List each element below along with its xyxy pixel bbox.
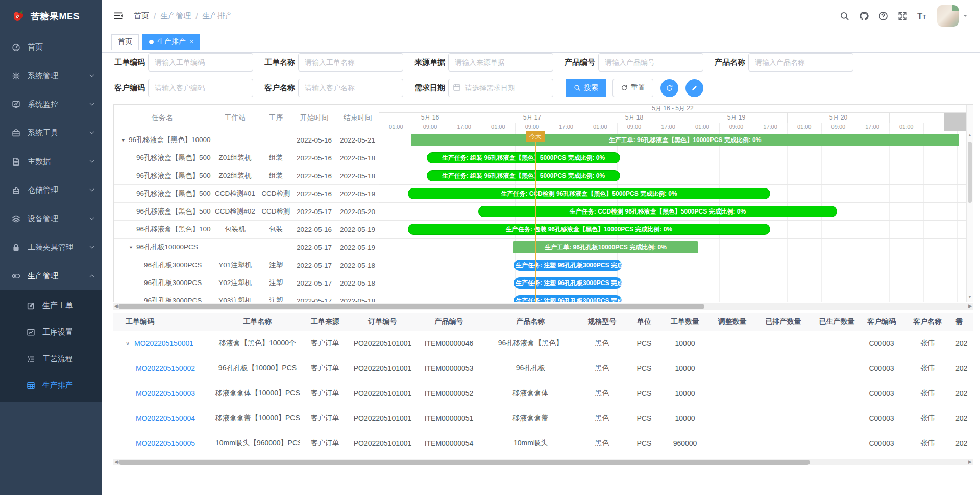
work-order-link[interactable]: MO202205150001 [134, 339, 193, 347]
gantt-task-row[interactable]: 96孔孔板3000PCSY02注塑机注塑2022-05-172022-05-18 [114, 274, 379, 292]
table-row[interactable]: MO202205150004移液盒盒盖【10000】PCS客户订单PO20220… [113, 406, 973, 431]
scroll-right-icon[interactable]: ▶ [968, 459, 972, 465]
work-order-link[interactable]: MO202205150005 [136, 439, 195, 447]
sidebar-item-warehouse-mgmt[interactable]: 仓储管理 [0, 176, 102, 204]
caret-down-icon[interactable] [963, 13, 968, 18]
filter-field: 工单编码 [114, 53, 257, 72]
breadcrumb-home[interactable]: 首页 [134, 11, 149, 21]
scroll-down-icon[interactable]: ▼ [967, 295, 973, 299]
filter-input-wrap [148, 79, 253, 97]
filter-input[interactable] [748, 53, 853, 72]
filter-input[interactable] [298, 53, 403, 72]
filter-input[interactable] [448, 53, 553, 72]
sidebar-item-scheduling[interactable]: 生产排产 [0, 372, 102, 398]
sidebar-item-system-monitor[interactable]: 系统监控 [0, 90, 102, 119]
work-order-link[interactable]: MO202205150003 [136, 389, 195, 397]
table-row[interactable]: MO20220515000510mm吸头【960000】PCS客户订单PO202… [113, 431, 973, 456]
table-row[interactable]: MO20220515000296孔孔板【10000】PCS客户订单PO20220… [113, 356, 973, 381]
gantt-task-bar[interactable]: 生产任务: CCD检测 96孔移液盒【黑色】5000PCS 完成比例: 0% [478, 206, 837, 217]
gantt-task-row[interactable]: 96孔移液盒【黑色】5000PCCD检测#02CCD检测2022-05-1720… [114, 203, 379, 221]
gantt-task-bar[interactable]: 生产任务: 注塑 96孔孔板3000PCS 完成 [514, 295, 622, 302]
sidebar-item-label: 主数据 [28, 157, 51, 167]
tab-scheduling[interactable]: 生产排产× [142, 34, 200, 50]
search-button[interactable]: 搜索 [566, 79, 606, 97]
gantt-task-bar[interactable]: 生产任务: CCD检测 96孔移液盒【黑色】5000PCS 完成比例: 0% [408, 188, 770, 199]
gantt-task-row[interactable]: ▼96孔孔板10000PCS2022-05-172022-05-19 [114, 239, 379, 256]
filter-input-wrap [448, 53, 553, 72]
scrollbar-thumb[interactable] [118, 304, 704, 309]
table-column-header: 工单编码 [113, 317, 215, 326]
gantt-task-row[interactable]: 96孔移液盒【黑色】5000PCCD检测#01CCD检测2022-05-1620… [114, 185, 379, 203]
github-icon[interactable] [859, 11, 869, 21]
gantt-task-row[interactable]: 96孔孔板3000PCSY03注塑机注塑2022-05-172022-05-18 [114, 292, 379, 302]
scroll-left-icon[interactable]: ◀ [114, 303, 118, 310]
work-order-link[interactable]: MO202205150002 [136, 364, 195, 372]
table-cell-source: 客户订单 [300, 389, 351, 398]
filter-field: 来源单据 [414, 53, 557, 72]
gantt-task-row[interactable]: 96孔移液盒【黑色】1000包装机包装2022-05-162022-05-19 [114, 221, 379, 239]
scrollbar-thumb[interactable] [118, 460, 810, 465]
gantt-task-row[interactable]: 96孔孔板3000PCSY01注塑机注塑2022-05-172022-05-18 [114, 256, 379, 274]
help-icon[interactable] [878, 11, 888, 21]
sidebar-item-process-setting[interactable]: 工序设置 [0, 319, 102, 345]
filter-input[interactable] [148, 53, 253, 72]
font-size-icon[interactable]: TT [917, 11, 927, 21]
tree-expand-icon[interactable]: ▼ [121, 138, 126, 143]
gantt-task-row[interactable]: ▼96孔移液盒【黑色】10000P2022-05-162022-05-21 [114, 131, 379, 149]
gantt-task-bar[interactable]: 生产任务: 包装 96孔移液盒【黑色】10000PCS 完成比例: 0% [408, 224, 770, 235]
fullscreen-icon[interactable] [898, 11, 908, 21]
search-icon[interactable] [840, 11, 849, 21]
sidebar-item-system-tools[interactable]: 系统工具 [0, 119, 102, 147]
tab-home[interactable]: 首页 [111, 34, 139, 50]
scrollbar-thumb[interactable] [968, 142, 972, 203]
table-cell-item_no: ITEM00000053 [414, 364, 483, 372]
table-column-header: 已生产数量 [810, 317, 864, 326]
gantt-task-bar[interactable]: 生产任务: 组装 96孔移液盒【黑色】5000PCS 完成比例: 0% [427, 170, 620, 181]
reset-button[interactable]: 重置 [612, 79, 653, 97]
sidebar-item-work-order[interactable]: 生产工单 [0, 292, 102, 319]
table-row[interactable]: MO202205150003移液盒盒体【10000】PCS客户订单PO20220… [113, 381, 973, 406]
table-row[interactable]: ∨MO202205150001移液盒【黑色】10000个客户订单PO202205… [113, 331, 973, 356]
gantt-horizontal-scrollbar[interactable]: ◀ ▶ [113, 303, 973, 310]
sidebar-item-system-mgmt[interactable]: 系统管理 [0, 61, 102, 90]
refresh-circle-button[interactable] [660, 79, 678, 97]
edit-circle-button[interactable] [685, 79, 703, 97]
gantt-order-bar[interactable]: 生产工单: 96孔移液盒【黑色】10000PCS 完成比例: 0% [411, 134, 959, 146]
gantt-task-bar[interactable]: 生产任务: 注塑 96孔孔板3000PCS 完成 [514, 260, 622, 271]
gantt-hour-cell: 01:00 [685, 123, 720, 131]
avatar[interactable] [937, 5, 959, 27]
filter-input[interactable] [298, 79, 403, 97]
filter-input[interactable] [148, 79, 253, 97]
scroll-up-icon[interactable]: ▲ [967, 133, 973, 137]
gantt-task-name: 96孔移液盒【黑色】5000P [114, 189, 211, 198]
gantt-task-start: 2022-05-16 [292, 136, 336, 144]
filter-input[interactable] [448, 79, 553, 97]
gantt-order-bar[interactable]: 生产工单: 96孔孔板10000PCS 完成比例: 0% [513, 241, 698, 253]
close-icon[interactable]: × [190, 38, 193, 45]
filter-field: 需求日期 [414, 79, 557, 97]
sidebar-collapse-icon[interactable] [113, 11, 124, 21]
filter-input[interactable] [598, 53, 703, 72]
gantt-task-row[interactable]: 96孔移液盒【黑色】5000PZ01组装机组装2022-05-162022-05… [114, 149, 379, 167]
sidebar-item-home[interactable]: 首页 [0, 33, 102, 61]
table-horizontal-scrollbar[interactable]: ◀ ▶ [113, 459, 973, 465]
breadcrumb-production[interactable]: 生产管理 [160, 11, 191, 21]
scroll-left-icon[interactable]: ◀ [114, 459, 118, 465]
sidebar-item-master-data[interactable]: 主数据 [0, 147, 102, 176]
gantt-bar-label: 生产任务: 注塑 96孔孔板3000PCS 完成 [516, 279, 622, 288]
sidebar-item-equipment-mgmt[interactable]: 设备管理 [0, 204, 102, 233]
expand-row-icon[interactable]: ∨ [126, 340, 130, 347]
scroll-right-icon[interactable]: ▶ [968, 303, 972, 310]
gantt-vertical-scrollbar[interactable]: ▲ ▼ [966, 105, 973, 302]
gantt-task-row[interactable]: 96孔移液盒【黑色】5000PZ02组装机组装2022-05-162022-05… [114, 167, 379, 185]
sidebar-item-production-mgmt[interactable]: 生产管理 [0, 262, 102, 290]
gantt-row: 生产任务: 注塑 96孔孔板3000PCS 完成 [379, 274, 966, 292]
gantt-timeline: 5月 16 - 5月 22 5月 165月 175月 185月 195月 20 … [379, 105, 966, 302]
sidebar-item-fixture-mgmt[interactable]: 工装夹具管理 [0, 233, 102, 262]
tree-expand-icon[interactable]: ▼ [129, 245, 133, 250]
sidebar-item-process-flow[interactable]: 工艺流程 [0, 345, 102, 372]
gantt-task-bar[interactable]: 生产任务: 注塑 96孔孔板3000PCS 完成 [514, 277, 622, 289]
gantt-task-bar[interactable]: 生产任务: 组装 96孔移液盒【黑色】5000PCS 完成比例: 0% [427, 152, 620, 163]
chevron-up-icon [89, 273, 95, 279]
work-order-link[interactable]: MO202205150004 [136, 414, 195, 422]
